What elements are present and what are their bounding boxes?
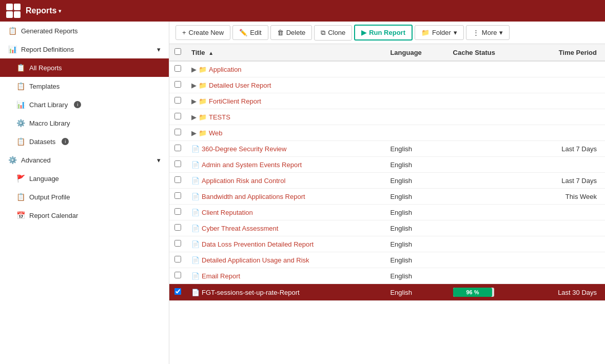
row-checkbox[interactable] [174, 272, 181, 278]
row-title-link[interactable]: Bandwidth and Applications Report [202, 193, 305, 200]
report-definitions-icon: 📊 [8, 45, 17, 53]
datasets-info-icon: i [62, 138, 69, 145]
table-row: 📄FGT-sessions-set-up-rate-ReportEnglish9… [169, 284, 605, 301]
chart-library-info-icon: i [74, 101, 81, 108]
row-title-link[interactable]: Cyber Threat Assessment [202, 225, 278, 232]
table-row: 📄Application Risk and ControlEnglishLast… [169, 173, 605, 189]
row-expand-icon[interactable]: ▶ [191, 129, 197, 137]
more-label: More [482, 29, 497, 36]
row-time-period: Last 7 Days [526, 173, 605, 189]
row-checkbox[interactable] [174, 160, 181, 167]
clone-button[interactable]: ⧉ Clone [314, 25, 352, 41]
row-language: English [385, 189, 447, 205]
row-title-link[interactable]: Application Risk and Control [202, 177, 285, 185]
row-title-link[interactable]: Web [209, 129, 223, 137]
row-title-link[interactable]: Detailed User Report [209, 82, 271, 89]
edit-label: Edit [250, 29, 261, 36]
folder-icon: 📁 [199, 82, 207, 89]
row-time-period [526, 220, 605, 236]
sidebar-item-report-definitions[interactable]: 📊 Report Definitions ▾ [0, 40, 169, 58]
sidebar-item-chart-library[interactable]: 📊 Chart Library i [0, 95, 169, 114]
row-checkbox[interactable] [174, 176, 181, 183]
table-row: 📄Email ReportEnglish [169, 268, 605, 284]
sidebar-item-macro-library[interactable]: ⚙️ Macro Library [0, 114, 169, 132]
sidebar-item-generated-reports[interactable]: 📋 Generated Reports [0, 22, 169, 40]
row-language: English [385, 157, 447, 173]
sidebar-item-datasets[interactable]: 📋 Datasets i [0, 132, 169, 151]
language-icon: 🚩 [16, 174, 25, 183]
row-checkbox[interactable] [174, 192, 181, 199]
row-checkbox[interactable] [174, 113, 181, 119]
language-column-header[interactable]: Language [385, 44, 447, 61]
row-checkbox[interactable] [174, 256, 181, 262]
select-all-header[interactable] [169, 44, 186, 61]
sidebar-item-templates[interactable]: 📋 Templates [0, 77, 169, 95]
row-checkbox[interactable] [174, 224, 181, 231]
sidebar-item-label: Macro Library [29, 119, 70, 127]
row-cache-status [448, 220, 527, 236]
row-title-link[interactable]: Email Report [202, 272, 240, 280]
row-time-period [526, 61, 605, 77]
sidebar-item-all-reports[interactable]: 📋 All Reports [0, 58, 169, 77]
title-column-header[interactable]: Title ▲ [186, 44, 385, 61]
sidebar-item-label: Language [29, 175, 59, 183]
row-language: English [385, 220, 447, 236]
templates-icon: 📋 [16, 82, 25, 90]
cache-status-column-header[interactable]: Cache Status [448, 44, 527, 61]
run-report-button[interactable]: ▶ Run Report [354, 25, 413, 41]
table-row: 📄Cyber Threat AssessmentEnglish [169, 220, 605, 236]
title-sort-icon: ▲ [208, 50, 213, 56]
table-header-row: Title ▲ Language Cache Status Time Perio… [169, 44, 605, 61]
row-expand-icon[interactable]: ▶ [191, 97, 197, 105]
sidebar-item-report-calendar[interactable]: 📅 Report Calendar [0, 206, 169, 225]
row-title-link[interactable]: Admin and System Events Report [202, 161, 302, 169]
sidebar-item-advanced[interactable]: ⚙️ Advanced ▾ [0, 151, 169, 169]
row-expand-icon[interactable]: ▶ [191, 113, 197, 121]
row-title-link[interactable]: Client Reputation [202, 209, 253, 216]
row-checkbox[interactable] [174, 145, 181, 151]
row-cache-status [448, 173, 527, 189]
row-expand-icon[interactable]: ▶ [191, 82, 197, 89]
row-checkbox[interactable] [174, 129, 181, 135]
report-calendar-icon: 📅 [16, 211, 25, 219]
folder-button[interactable]: 📁 Folder ▾ [415, 25, 464, 40]
row-checkbox[interactable] [174, 288, 181, 295]
sidebar-item-label: Datasets [29, 138, 55, 146]
clone-icon: ⧉ [321, 29, 325, 37]
row-checkbox[interactable] [174, 240, 181, 247]
row-title-link[interactable]: TESTS [209, 113, 230, 121]
row-title-link[interactable]: Application [209, 66, 242, 73]
row-checkbox[interactable] [174, 81, 181, 88]
row-checkbox[interactable] [174, 97, 181, 104]
row-title-link[interactable]: FortiClient Report [209, 97, 261, 105]
run-report-icon: ▶ [361, 29, 366, 36]
row-expand-icon[interactable]: ▶ [191, 66, 197, 73]
create-new-button[interactable]: + Create New [175, 25, 230, 40]
row-language: English [385, 205, 447, 220]
edit-button[interactable]: ✏️ Edit [232, 25, 268, 40]
row-checkbox[interactable] [174, 65, 181, 72]
sidebar-item-label: Templates [29, 83, 60, 90]
row-cache-status: 96 % [448, 284, 527, 301]
row-title-link[interactable]: 360-Degree Security Review [202, 145, 286, 153]
select-all-checkbox[interactable] [174, 48, 181, 55]
time-period-column-header[interactable]: Time Period [526, 44, 605, 61]
report-icon: 📄 [191, 272, 200, 280]
app-title[interactable]: Reports ▾ [26, 6, 61, 15]
sidebar-item-language[interactable]: 🚩 Language [0, 169, 169, 188]
row-time-period [526, 236, 605, 252]
sidebar-item-label: Chart Library [29, 101, 68, 109]
row-title-link[interactable]: Data Loss Prevention Detailed Report [202, 240, 314, 248]
generated-reports-icon: 📋 [8, 27, 17, 35]
row-title-link[interactable]: Detailed Application Usage and Risk [202, 256, 309, 264]
reports-table-container: Title ▲ Language Cache Status Time Perio… [169, 44, 605, 364]
row-language [385, 61, 447, 77]
more-button[interactable]: ⋮ More ▾ [466, 25, 510, 40]
row-cache-status [448, 205, 527, 220]
sidebar-item-output-profile[interactable]: 📋 Output Profile [0, 188, 169, 206]
delete-button[interactable]: 🗑 Delete [270, 25, 313, 40]
report-definitions-chevron: ▾ [157, 46, 161, 53]
row-title-link[interactable]: FGT-sessions-set-up-rate-Report [202, 289, 300, 296]
row-checkbox[interactable] [174, 208, 181, 215]
create-new-icon: + [182, 29, 186, 36]
